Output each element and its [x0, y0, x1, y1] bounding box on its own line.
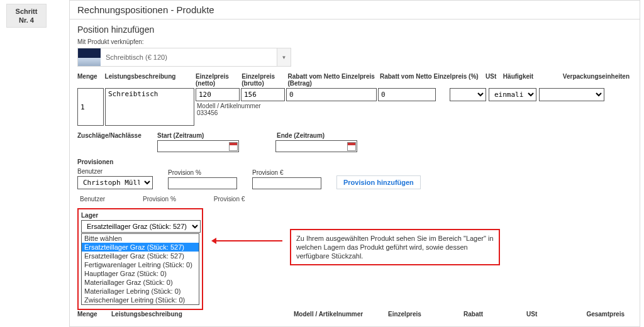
invoice-panel: Rechnungspositionen - Produkte Position … [69, 0, 640, 327]
row2-inputs [77, 140, 632, 152]
row2-labels: Zuschläge/Nachlässe Start (Zeitraum) End… [77, 132, 632, 139]
sh-ust: USt [526, 311, 583, 318]
product-select[interactable]: Schreibtisch (€ 120) ▼ [77, 48, 291, 67]
stock-option[interactable]: Hauptlager Graz (Stück: 0) [82, 269, 199, 278]
column-headers: Menge Leistungsbeschreibung Einzelpreis … [77, 73, 632, 87]
col-packaging: Verpackungseinheiten [563, 73, 632, 87]
model-label: Modell / Artikelnummer [197, 103, 604, 109]
sh-desc: Leistungsbeschreibung [111, 311, 294, 318]
stock-option[interactable]: Materiallager Graz (Stück: 0) [82, 278, 199, 287]
col-unitprice-net: Einzelpreis (netto) [196, 73, 242, 87]
frequency-select[interactable]: einmalig [489, 88, 536, 101]
product-name: Schreibtisch (€ 120) [101, 48, 277, 66]
stock-option[interactable]: Zwischenlager Leitring (Stück: 0) [82, 296, 199, 304]
start-period-label: Start (Zeitraum) [157, 132, 277, 139]
stock-option[interactable]: Ersatzteillager Graz (Stück: 527) [82, 252, 199, 260]
discount-amount-input[interactable] [286, 88, 377, 101]
vat-select[interactable] [450, 88, 486, 101]
add-provision-button[interactable]: Provision hinzufügen [336, 175, 421, 189]
summary-header: Menge Leistungsbeschreibung Modell / Art… [77, 307, 632, 318]
col-desc: Leistungsbeschreibung [105, 73, 196, 87]
col-unitprice-gross: Einzelpreis (brutto) [242, 73, 287, 87]
col-discount-pct: Rabatt vom Netto Einzelpreis (%) [380, 73, 486, 87]
step-line1: Schritt [7, 7, 46, 16]
stock-option[interactable]: Ersatzteillager Graz (Stück: 527) [82, 243, 199, 252]
sh-model: Modell / Artikelnummer [294, 311, 388, 318]
add-position-section: Position hinzufügen Mit Produkt verknüpf… [70, 19, 640, 210]
col-discount-amount: Rabatt vom Netto Einzelpreis (Betrag) [287, 73, 379, 87]
stock-options-list[interactable]: Bitte wählen Ersatzteillager Graz (Stück… [81, 233, 199, 305]
prov-eur-label: Provision € [252, 169, 321, 176]
col-frequency: Häufigkeit [503, 73, 563, 87]
stock-selector: Lager Ersatzteillager Graz (Stück: 527) … [77, 208, 203, 310]
surcharge-label: Zuschläge/Nachlässe [77, 132, 157, 139]
stock-option[interactable]: Materiallager Lebring (Stück: 0) [82, 287, 199, 296]
calendar-icon[interactable] [347, 142, 356, 151]
stock-option[interactable]: Fertigwarenlager Leitring (Stück: 0) [82, 260, 199, 269]
section-title: Position hinzufügen [77, 25, 632, 35]
end-date-input[interactable] [275, 140, 357, 152]
discount-pct-input[interactable] [378, 88, 436, 101]
annotation-arrow-icon [213, 240, 282, 241]
sh-rab: Rabatt [464, 311, 526, 318]
prov-pct-input[interactable] [168, 177, 237, 189]
calendar-icon[interactable] [229, 142, 238, 151]
end-period-label: Ende (Zeitraum) [277, 132, 371, 139]
annotation-hint: Zu Ihrem ausgewählten Produkt sehen Sie … [290, 229, 500, 265]
col-menge: Menge [77, 73, 105, 87]
stock-label: Lager [81, 212, 199, 219]
prov-eur-input[interactable] [252, 177, 321, 189]
sh-total: Gesamtpreis [583, 311, 632, 318]
prov-user-select[interactable]: Christoph Müller [77, 176, 153, 189]
model-block: Modell / Artikelnummer 033456 [197, 103, 604, 116]
stock-select[interactable]: Ersatzteillager Graz (Stück: 527) [81, 220, 201, 233]
panel-title: Rechnungspositionen - Produkte [70, 1, 640, 19]
unitprice-net-input[interactable] [196, 88, 240, 101]
provisions-title: Provisionen [77, 158, 632, 165]
product-thumb-icon [78, 48, 101, 66]
col-vat: USt [486, 73, 503, 87]
model-value: 033456 [197, 109, 604, 116]
chevron-down-icon[interactable]: ▼ [277, 48, 291, 66]
sh-ep: Einzelpreis [388, 311, 464, 318]
stock-option[interactable]: Bitte wählen [82, 234, 199, 243]
plh-pct: Provision % [143, 196, 176, 202]
plh-user: Benutzer [80, 196, 105, 202]
sh-menge: Menge [77, 311, 111, 318]
unitprice-gross-input[interactable] [241, 88, 285, 101]
provisions-row: Benutzer Christoph Müller Provision % Pr… [77, 168, 632, 189]
inputs-row: Schreibtisch einmalig Modell / Artikelnu… [77, 88, 632, 126]
prov-list-head: Benutzer Provision % Provision € [77, 196, 632, 202]
plh-eur: Provision € [214, 196, 245, 202]
qty-input[interactable] [77, 88, 104, 126]
start-date-input[interactable] [157, 140, 239, 152]
step-line2: Nr. 4 [7, 16, 46, 25]
packaging-select[interactable] [539, 88, 604, 101]
description-input[interactable]: Schreibtisch [105, 88, 194, 126]
prov-user-label: Benutzer [77, 168, 153, 175]
prov-pct-label: Provision % [168, 169, 237, 176]
step-badge: Schritt Nr. 4 [6, 4, 47, 28]
link-product-label: Mit Produkt verknüpfen: [77, 38, 632, 45]
